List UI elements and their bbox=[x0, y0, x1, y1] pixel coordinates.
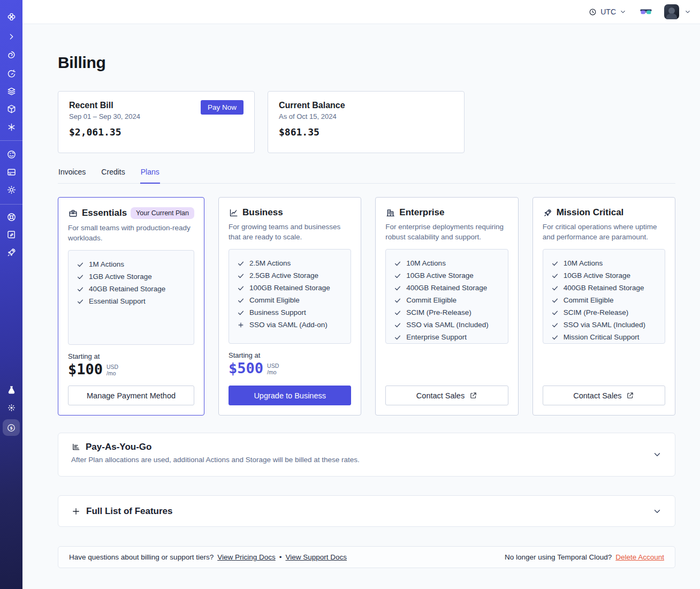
timezone-label: UTC bbox=[600, 7, 616, 16]
contact-sales-button[interactable]: Contact Sales bbox=[543, 386, 665, 405]
price-amount: $500 bbox=[229, 360, 263, 376]
full-features-accordion[interactable]: Full List of Features bbox=[58, 495, 675, 527]
plan-name: Essentials bbox=[82, 208, 127, 218]
plan-feature-item: 400GB Retained Storage bbox=[551, 284, 657, 292]
plan-name: Mission Critical bbox=[557, 207, 624, 218]
price-period: /mo bbox=[106, 370, 118, 376]
plan-feature-item: 10M Actions bbox=[551, 259, 657, 267]
plan-feature-label: Essential Support bbox=[89, 297, 146, 305]
payg-description: After Plan allocations are used, additio… bbox=[71, 456, 662, 464]
check-icon bbox=[394, 260, 401, 267]
chevron-down-icon[interactable] bbox=[652, 507, 662, 516]
contact-sales-button[interactable]: Contact Sales bbox=[385, 386, 508, 405]
sidebar-nav: $ bbox=[0, 0, 22, 589]
spiral-icon[interactable] bbox=[5, 49, 17, 61]
support-docs-link[interactable]: View Support Docs bbox=[285, 553, 347, 561]
check-icon bbox=[551, 284, 559, 292]
check-icon bbox=[394, 297, 401, 304]
layers-icon[interactable] bbox=[5, 85, 17, 97]
delete-account-link[interactable]: Delete Account bbox=[615, 553, 664, 561]
plan-feature-label: SSO via SAML (Included) bbox=[564, 321, 645, 329]
chevron-down-icon[interactable] bbox=[684, 8, 691, 16]
plan-feature-item: Business Support bbox=[237, 308, 343, 316]
plan-feature-label: 10GB Active Storage bbox=[564, 271, 630, 280]
tab-plans[interactable]: Plans bbox=[140, 165, 160, 184]
temporal-logo-icon[interactable] bbox=[5, 11, 17, 22]
check-icon bbox=[237, 284, 245, 292]
current-balance-amount: $861.35 bbox=[279, 126, 453, 138]
plans-grid: Essentials Your Current Plan For small t… bbox=[58, 197, 675, 416]
sun-icon[interactable] bbox=[5, 402, 17, 413]
book-icon[interactable] bbox=[5, 229, 17, 240]
external-link-icon bbox=[626, 391, 634, 399]
pay-now-button[interactable]: Pay Now bbox=[201, 100, 244, 115]
lifebuoy-icon[interactable] bbox=[5, 211, 17, 223]
chart-line-icon bbox=[229, 208, 239, 218]
plan-feature-label: Business Support bbox=[249, 308, 306, 316]
plan-feature-item: Enterprise Support bbox=[394, 333, 499, 341]
check-icon bbox=[237, 309, 245, 316]
plan-feature-item: SSO via SAML (Add-on) bbox=[237, 321, 343, 329]
upgrade-business-button[interactable]: Upgrade to Business bbox=[229, 386, 351, 405]
chevron-down-icon bbox=[619, 8, 627, 16]
rocket-icon bbox=[543, 208, 553, 218]
price-period: /mo bbox=[267, 369, 279, 375]
cube-icon[interactable] bbox=[5, 103, 17, 115]
check-icon bbox=[394, 284, 401, 292]
timezone-selector[interactable]: UTC bbox=[588, 7, 627, 17]
chevron-down-icon[interactable] bbox=[652, 450, 662, 459]
pricing-docs-link[interactable]: View Pricing Docs bbox=[217, 553, 276, 561]
plan-description: For small teams with production-ready wo… bbox=[68, 223, 194, 243]
plan-feature-item: SCIM (Pre-Release) bbox=[551, 308, 657, 316]
plan-feature-label: SSO via SAML (Add-on) bbox=[249, 321, 328, 329]
plan-feature-list: 10M Actions10GB Active Storage400GB Reta… bbox=[385, 249, 508, 344]
plan-name: Business bbox=[242, 207, 283, 218]
check-icon bbox=[77, 261, 84, 268]
rocket-icon[interactable] bbox=[5, 246, 17, 258]
plan-card-essentials: Essentials Your Current Plan For small t… bbox=[58, 197, 204, 416]
price-prefix: Starting at bbox=[68, 352, 194, 360]
contact-sales-label: Contact Sales bbox=[573, 391, 621, 400]
card-icon[interactable] bbox=[5, 166, 17, 178]
plan-description: For growing teams and businesses that ar… bbox=[229, 222, 351, 242]
check-icon bbox=[551, 272, 559, 280]
svg-text:$: $ bbox=[10, 425, 12, 430]
3d-glasses-icon[interactable] bbox=[639, 6, 653, 17]
timer-icon[interactable] bbox=[5, 67, 17, 79]
plan-feature-label: 1M Actions bbox=[89, 260, 124, 268]
plan-feature-label: 100GB Retained Storage bbox=[249, 284, 330, 292]
page-title: Billing bbox=[58, 54, 106, 72]
price-currency: USD bbox=[106, 364, 118, 370]
asterisk-icon[interactable] bbox=[5, 121, 17, 133]
current-plan-badge: Your Current Plan bbox=[131, 207, 194, 219]
manage-payment-button[interactable]: Manage Payment Method bbox=[68, 386, 194, 405]
tab-credits[interactable]: Credits bbox=[101, 165, 125, 183]
plan-feature-label: 10M Actions bbox=[406, 259, 446, 267]
check-icon bbox=[394, 309, 401, 316]
bar-chart-icon bbox=[71, 442, 81, 452]
plan-feature-list: 1M Actions1GB Active Storage40GB Retaine… bbox=[68, 250, 194, 345]
price-currency: USD bbox=[267, 363, 279, 369]
plan-feature-list: 2.5M Actions2.5GB Active Storage100GB Re… bbox=[229, 249, 351, 344]
plan-feature-item: 100GB Retained Storage bbox=[237, 284, 343, 292]
globe-icon[interactable] bbox=[5, 148, 17, 160]
avatar[interactable] bbox=[664, 4, 679, 19]
sidebar-divider bbox=[0, 140, 22, 141]
tab-invoices[interactable]: Invoices bbox=[58, 165, 86, 183]
flask-icon[interactable] bbox=[5, 384, 17, 396]
billing-dollar-icon[interactable]: $ bbox=[3, 419, 20, 436]
payg-accordion[interactable]: Pay-As-You-Go After Plan allocations are… bbox=[58, 433, 675, 477]
plan-feature-label: 40GB Retained Storage bbox=[89, 285, 165, 293]
plan-feature-label: 2.5GB Active Storage bbox=[249, 271, 318, 280]
check-icon bbox=[77, 298, 84, 305]
plan-feature-item: 1GB Active Storage bbox=[77, 273, 186, 281]
plan-description: For critical operations where uptime and… bbox=[543, 222, 665, 242]
external-link-icon bbox=[469, 391, 477, 399]
plan-card-enterprise: Enterprise For enterprise deployments re… bbox=[375, 197, 518, 416]
plan-feature-label: SCIM (Pre-Release) bbox=[564, 308, 629, 316]
current-balance-title: Current Balance bbox=[279, 101, 453, 110]
chevron-right-icon[interactable] bbox=[5, 31, 17, 42]
plan-feature-item: 10GB Active Storage bbox=[394, 271, 499, 280]
gear-icon[interactable] bbox=[5, 184, 17, 195]
check-icon bbox=[551, 297, 559, 304]
